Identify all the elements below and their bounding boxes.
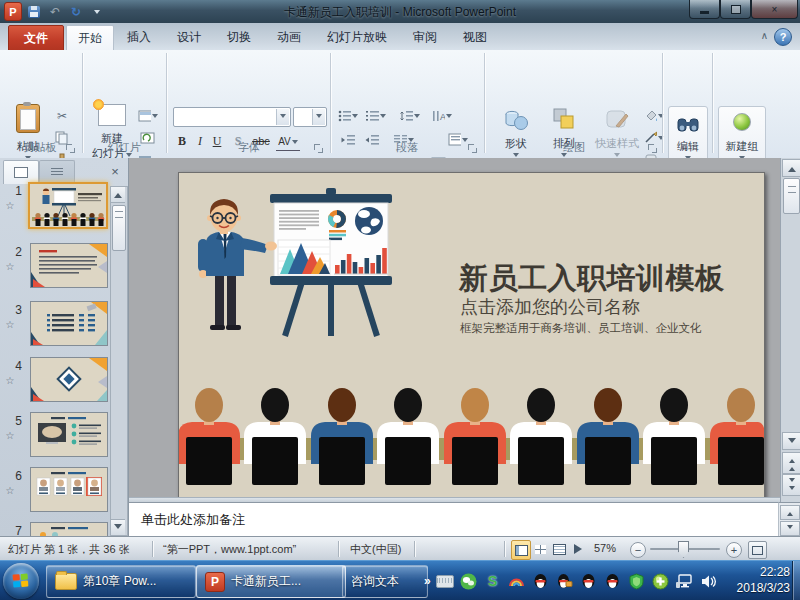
- scroll-up-button[interactable]: [111, 187, 125, 203]
- animation-star-icon[interactable]: ☆: [0, 485, 20, 496]
- scroll-down-button[interactable]: [782, 432, 800, 450]
- tab-view[interactable]: 视图: [452, 25, 498, 49]
- status-bar: 幻灯片 第 1 张，共 36 张 “第一PPT，www.1ppt.com” 中文…: [0, 536, 800, 561]
- tab-home[interactable]: 开始: [66, 25, 114, 50]
- slide-thumbnail-1[interactable]: [28, 182, 108, 229]
- line-spacing-button[interactable]: [400, 106, 420, 125]
- tab-transitions[interactable]: 切换: [216, 25, 262, 49]
- thumbnail-scrollbar[interactable]: [110, 186, 128, 536]
- next-slide-button[interactable]: [782, 474, 800, 496]
- scroll-up-button[interactable]: [782, 159, 800, 177]
- normal-view-button[interactable]: [511, 540, 531, 560]
- slide-editor[interactable]: 新员工入职培训模板 点击添加您的公司名称 框架完整适用于商务培训、员工培训、企业…: [129, 158, 780, 497]
- slide-title[interactable]: 新员工入职培训模板: [459, 259, 759, 299]
- fit-slide-button[interactable]: [748, 541, 767, 559]
- font-size-combo[interactable]: [293, 107, 327, 127]
- editor-scrollbar[interactable]: [780, 158, 800, 503]
- undo-button[interactable]: ↶: [46, 3, 64, 20]
- drawing-dialog-launcher[interactable]: [648, 144, 658, 154]
- slide-thumbnail-4[interactable]: [30, 357, 108, 402]
- green-orb-plus-icon[interactable]: [652, 572, 670, 590]
- animation-star-icon[interactable]: ☆: [0, 319, 20, 330]
- taskbar-item-folder[interactable]: 第10章 Pow...: [46, 565, 196, 598]
- thumbnail-number: 7: [2, 524, 22, 536]
- app-menu-button[interactable]: P: [4, 3, 22, 20]
- speaker-icon[interactable]: [700, 572, 718, 590]
- scroll-down-button[interactable]: [780, 521, 800, 536]
- text-direction-button[interactable]: A: [432, 106, 452, 125]
- tab-slideshow[interactable]: 幻灯片放映: [316, 25, 398, 49]
- help-button[interactable]: ?: [774, 28, 792, 46]
- notes-scrollbar[interactable]: [778, 502, 800, 537]
- scroll-up-button[interactable]: [780, 505, 800, 520]
- font-name-combo[interactable]: [173, 107, 291, 127]
- input-method-keyboard-icon[interactable]: [436, 572, 454, 590]
- numbering-button[interactable]: [366, 106, 386, 125]
- tray-overflow-button[interactable]: »: [424, 574, 431, 588]
- notes-pane[interactable]: 单击此处添加备注: [129, 502, 778, 537]
- taskbar-clock[interactable]: 22:28 2018/3/23: [737, 564, 790, 596]
- previous-slide-button[interactable]: [782, 452, 800, 474]
- tab-animations[interactable]: 动画: [266, 25, 312, 49]
- clipboard-dialog-launcher[interactable]: [66, 144, 76, 154]
- thumbnail-number: 4: [2, 359, 22, 373]
- animation-star-icon[interactable]: ☆: [0, 430, 20, 441]
- animation-star-icon[interactable]: ☆: [0, 200, 20, 211]
- presenter-figure: [198, 199, 277, 330]
- network-icon[interactable]: [676, 572, 694, 590]
- show-desktop-button[interactable]: [792, 561, 800, 600]
- wechat-icon[interactable]: [460, 572, 478, 590]
- zoom-out-button[interactable]: −: [630, 542, 646, 558]
- scrollbar-thumb[interactable]: [112, 205, 126, 251]
- slide-thumbnail-3[interactable]: [30, 301, 108, 346]
- tab-insert[interactable]: 插入: [116, 25, 162, 49]
- zoom-slider-thumb[interactable]: [678, 541, 689, 558]
- save-button[interactable]: [25, 3, 43, 20]
- antivirus-shield-icon[interactable]: [628, 572, 646, 590]
- zoom-level[interactable]: 57%: [594, 542, 616, 554]
- sogou-icon[interactable]: S: [484, 572, 502, 590]
- slide-caption[interactable]: 框架完整适用于商务培训、员工培训、企业文化: [460, 321, 702, 336]
- slide-canvas[interactable]: 新员工入职培训模板 点击添加您的公司名称 框架完整适用于商务培训、员工培训、企业…: [178, 172, 765, 497]
- bullets-button[interactable]: [338, 106, 358, 125]
- close-button[interactable]: ×: [751, 0, 798, 19]
- slide-layout-button[interactable]: [138, 106, 158, 125]
- scroll-down-button[interactable]: [111, 519, 125, 535]
- scrollbar-thumb[interactable]: [783, 178, 800, 214]
- font-dialog-launcher[interactable]: [314, 144, 324, 154]
- start-button[interactable]: [3, 563, 39, 599]
- animation-star-icon[interactable]: ☆: [0, 375, 20, 386]
- slide-subtitle[interactable]: 点击添加您的公司名称: [460, 295, 640, 319]
- slide-thumbnail-6[interactable]: [30, 467, 108, 512]
- taskbar-item-text[interactable]: 咨询文本: [342, 565, 428, 598]
- language-indicator[interactable]: 中文(中国): [350, 542, 401, 557]
- slide-thumbnail-5[interactable]: [30, 412, 108, 457]
- cut-button[interactable]: ✂: [52, 106, 72, 125]
- qq-icon[interactable]: [604, 572, 622, 590]
- tab-design[interactable]: 设计: [166, 25, 212, 49]
- minimize-button[interactable]: [689, 0, 720, 19]
- rainbow-icon[interactable]: [508, 572, 526, 590]
- slideshow-button[interactable]: [569, 540, 587, 558]
- slide-sorter-button[interactable]: [531, 540, 549, 558]
- slide-thumbnail-7[interactable]: [30, 522, 108, 536]
- shape-fill-button[interactable]: [644, 106, 664, 125]
- paragraph-dialog-launcher[interactable]: [468, 144, 478, 154]
- animation-star-icon[interactable]: ☆: [0, 261, 20, 272]
- reading-view-button[interactable]: [550, 540, 568, 558]
- qq-icon[interactable]: [532, 572, 550, 590]
- outline-pane-tab[interactable]: [39, 160, 75, 184]
- qq-icon[interactable]: [580, 572, 598, 590]
- qq-briefcase-icon[interactable]: [556, 572, 574, 590]
- zoom-in-button[interactable]: +: [726, 542, 742, 558]
- slide-thumbnail-2[interactable]: [30, 243, 108, 288]
- close-pane-button[interactable]: ×: [106, 162, 124, 180]
- redo-button[interactable]: ↻: [67, 3, 85, 20]
- customize-qat-button[interactable]: [88, 3, 106, 20]
- minimize-ribbon-button[interactable]: ∧: [761, 30, 768, 41]
- tab-review[interactable]: 审阅: [402, 25, 448, 49]
- slides-pane-tab[interactable]: [3, 160, 39, 184]
- tab-file[interactable]: 文件: [8, 25, 64, 51]
- taskbar-item-powerpoint[interactable]: P 卡通新员工...: [196, 565, 346, 598]
- restore-button[interactable]: [720, 0, 751, 19]
